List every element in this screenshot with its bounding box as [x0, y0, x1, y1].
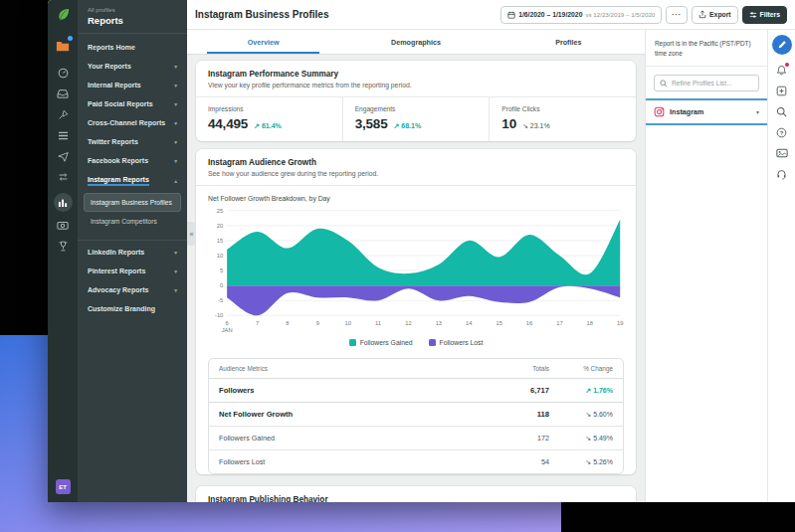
sidebar-item-instagram-reports[interactable]: Instagram Reports▴: [78, 170, 187, 192]
chevron-down-icon: ▾: [174, 268, 177, 274]
export-button[interactable]: Export: [692, 6, 738, 24]
chevron-down-icon: ▾: [174, 64, 177, 70]
audience-subtitle: See how your audience grew during the re…: [208, 170, 624, 177]
pin-icon[interactable]: [56, 108, 70, 120]
gauge-icon[interactable]: [56, 67, 70, 79]
sidebar-item-internal-reports[interactable]: Internal Reports▾: [78, 76, 187, 94]
filter-sliders-icon: [749, 11, 757, 19]
performance-summary-card: Instagram Performance Summary View your …: [196, 61, 636, 141]
page-title: Instagram Business Profiles: [195, 9, 497, 20]
tab-overview[interactable]: Overview: [187, 30, 339, 54]
legend-followers-gained: Followers Gained: [349, 339, 413, 346]
chevron-down-icon: ▾: [174, 120, 177, 126]
bar-chart-icon[interactable]: [54, 193, 73, 212]
svg-text:-5: -5: [218, 297, 223, 303]
camera-icon[interactable]: [56, 219, 70, 231]
svg-text:7: 7: [256, 320, 259, 326]
media-card-icon[interactable]: [775, 147, 788, 159]
pencil-icon: [777, 40, 787, 50]
svg-text:11: 11: [375, 320, 381, 326]
profiles-scope-label: All profiles: [88, 7, 177, 13]
svg-text:12: 12: [405, 320, 411, 326]
date-range-button[interactable]: 1/6/2020 – 1/19/2020 vs 12/23/2019 – 1/5…: [500, 6, 662, 24]
report-scroll-area[interactable]: Instagram Performance Summary View your …: [187, 55, 645, 502]
audience-metrics-table: Audience Metrics Totals % Change Followe…: [208, 358, 624, 474]
notifications-bell-icon[interactable]: [775, 64, 788, 76]
sidebar-item-instagram-competitors[interactable]: Instagram Competitors: [84, 212, 181, 231]
paper-plane-icon[interactable]: [56, 150, 70, 162]
notification-badge: [785, 63, 789, 67]
list-icon[interactable]: [56, 129, 70, 141]
chevron-down-icon: ▾: [174, 287, 177, 293]
svg-text:-10: -10: [215, 312, 223, 318]
collapse-panel-handle[interactable]: [187, 222, 196, 246]
backdrop: ET All profiles Reports Reports Home You…: [0, 0, 795, 532]
svg-text:10: 10: [344, 320, 350, 326]
svg-text:13: 13: [436, 320, 442, 326]
sidebar-item-cross-channel-reports[interactable]: Cross-Channel Reports▾: [78, 113, 187, 132]
audience-growth-card: Instagram Audience Growth See how your a…: [196, 149, 636, 474]
profiles-filter-panel: Report is in the Pacific (PST/PDT) time …: [645, 30, 767, 502]
svg-text:0: 0: [220, 282, 223, 288]
svg-text:18: 18: [587, 320, 593, 326]
search-icon: [660, 80, 668, 88]
audience-title: Instagram Audience Growth: [208, 158, 624, 167]
instagram-icon: [654, 106, 665, 117]
utility-icon-rail: ?: [767, 30, 795, 502]
publishing-title: Instagram Publishing Behavior: [208, 495, 624, 502]
sidebar-item-advocacy-reports[interactable]: Advocacy Reports▾: [78, 280, 187, 299]
metric-profile-clicks: Profile Clicks 10 ↘ 23.1%: [489, 97, 636, 141]
table-row: Followers Lost 54 ↘ 5.26%: [209, 449, 623, 473]
trophy-icon[interactable]: [56, 240, 70, 252]
arrows-icon[interactable]: [56, 171, 70, 183]
sidebar-item-paid-social-reports[interactable]: Paid Social Reports▾: [78, 94, 187, 113]
svg-text:6: 6: [226, 320, 229, 326]
add-square-icon[interactable]: [775, 85, 788, 96]
timezone-note: Report is in the Pacific (PST/PDT) time …: [646, 30, 767, 67]
svg-text:8: 8: [286, 320, 289, 326]
sidebar-item-instagram-business-profiles[interactable]: Instagram Business Profiles: [84, 193, 181, 212]
sprout-logo-icon[interactable]: [56, 7, 71, 26]
svg-text:17: 17: [556, 320, 562, 326]
chevron-down-icon: ▾: [174, 250, 177, 256]
refine-profiles-search[interactable]: [654, 75, 759, 91]
change-up-indicator: ↗ 61.4%: [254, 122, 282, 130]
chart-legend: Followers Gained Followers Lost: [196, 335, 636, 356]
net-follower-growth-chart: 2520151050-5-10678910111213141516171819J…: [206, 206, 626, 335]
folder-icon[interactable]: [56, 38, 70, 56]
svg-text:JAN: JAN: [222, 327, 233, 333]
summary-title: Instagram Performance Summary: [208, 70, 624, 79]
instagram-profile-group[interactable]: Instagram ▾: [646, 98, 767, 125]
sidebar-item-reports-home[interactable]: Reports Home: [78, 38, 187, 57]
filters-button[interactable]: Filters: [742, 6, 787, 24]
chevron-down-icon: ▾: [756, 108, 759, 115]
svg-text:9: 9: [316, 320, 319, 326]
search-input[interactable]: [672, 80, 753, 87]
chevron-down-icon: ▾: [174, 139, 177, 145]
sidebar-header: All profiles Reports: [78, 0, 187, 34]
tab-profiles[interactable]: Profiles: [493, 30, 645, 54]
compose-button[interactable]: [772, 35, 792, 55]
sidebar-item-facebook-reports[interactable]: Facebook Reports▾: [78, 151, 187, 170]
support-headset-icon[interactable]: [775, 168, 788, 180]
sidebar-title: Reports: [88, 15, 177, 26]
sidebar-item-twitter-reports[interactable]: Twitter Reports▾: [78, 132, 187, 151]
sidebar-item-pinterest-reports[interactable]: Pinterest Reports▾: [78, 262, 187, 280]
summary-subtitle: View your key profile performance metric…: [208, 82, 624, 89]
svg-text:16: 16: [526, 320, 532, 326]
more-options-button[interactable]: [666, 6, 688, 24]
tab-demographics[interactable]: Demographics: [339, 30, 492, 54]
table-header-row: Audience Metrics Totals % Change: [209, 359, 623, 378]
svg-text:10: 10: [217, 253, 223, 259]
sidebar-item-your-reports[interactable]: Your Reports▾: [78, 57, 187, 76]
sidebar-item-customize-branding[interactable]: Customize Branding: [78, 299, 187, 318]
svg-text:25: 25: [217, 208, 223, 214]
notification-dot: [68, 36, 73, 41]
search-icon[interactable]: [775, 105, 788, 117]
svg-text:?: ?: [780, 129, 784, 135]
svg-text:19: 19: [617, 320, 623, 326]
sidebar-item-linkedin-reports[interactable]: LinkedIn Reports▾: [78, 240, 187, 262]
avatar[interactable]: ET: [56, 479, 71, 494]
help-icon[interactable]: ?: [775, 126, 788, 138]
inbox-icon[interactable]: [56, 88, 70, 99]
